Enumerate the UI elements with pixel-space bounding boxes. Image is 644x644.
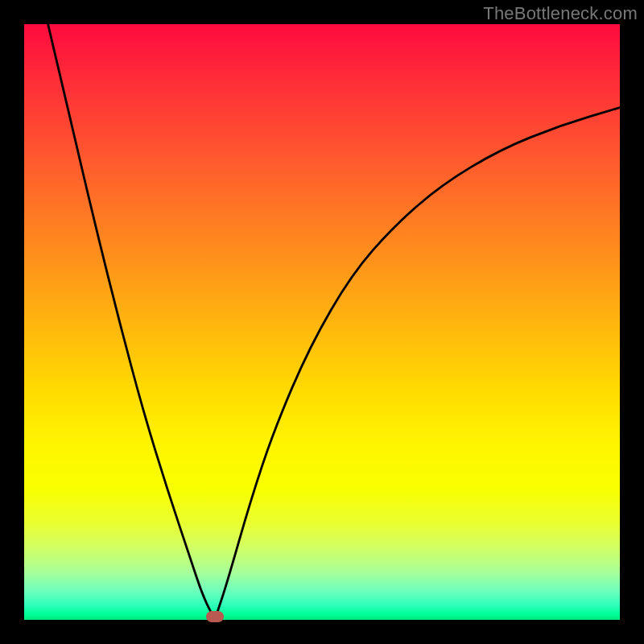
- bottleneck-curve: [48, 24, 620, 620]
- watermark-text: TheBottleneck.com: [483, 3, 638, 24]
- curve-svg: [24, 24, 620, 620]
- minimum-marker: [206, 611, 224, 622]
- chart-container: TheBottleneck.com: [0, 0, 644, 644]
